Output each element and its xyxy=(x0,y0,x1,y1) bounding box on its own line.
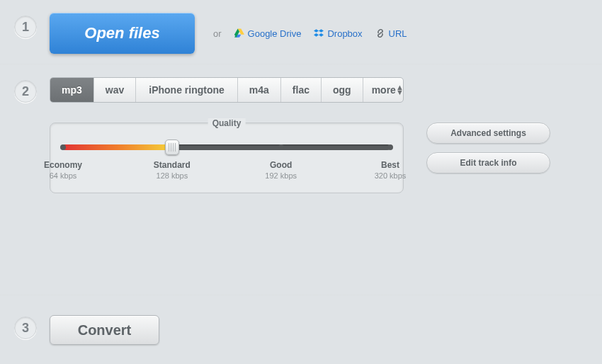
quality-slider-track[interactable] xyxy=(63,144,390,150)
tab-flac[interactable]: flac xyxy=(281,78,322,102)
source-google-drive[interactable]: Google Drive xyxy=(234,28,302,39)
quality-stop-rate: 64 kbps xyxy=(42,171,84,180)
google-drive-icon xyxy=(234,28,244,38)
quality-stop-rate: 128 kbps xyxy=(151,171,193,180)
quality-stop-label: Economy64 kbps xyxy=(42,160,84,180)
quality-stop-name: Good xyxy=(260,160,302,170)
or-label: or xyxy=(213,28,222,39)
quality-stop-dot[interactable] xyxy=(60,144,66,150)
step-2-badge: 2 xyxy=(14,80,37,103)
quality-stop-rate: 320 kbps xyxy=(369,171,411,180)
convert-button[interactable]: Convert xyxy=(50,315,159,345)
tab-ogg[interactable]: ogg xyxy=(322,78,363,102)
step-1-badge: 1 xyxy=(14,16,37,38)
format-tabs: mp3 wav iPhone ringtone m4a flac ogg mor… xyxy=(50,77,404,103)
quality-stop-rate: 192 kbps xyxy=(260,171,302,180)
quality-slider-thumb[interactable] xyxy=(165,140,179,155)
tab-iphone-ringtone[interactable]: iPhone ringtone xyxy=(136,78,238,102)
edit-track-info-button[interactable]: Edit track info xyxy=(426,152,550,174)
quality-title: Quality xyxy=(208,118,246,128)
quality-stop-name: Economy xyxy=(42,160,84,170)
step-1-section: 1 Open files or Google Drive Dropbox URL xyxy=(0,0,602,64)
tab-m4a[interactable]: m4a xyxy=(238,78,281,102)
quality-stop-label: Standard128 kbps xyxy=(151,160,193,180)
quality-stop-dot[interactable] xyxy=(278,144,284,150)
quality-stop-label: Good192 kbps xyxy=(260,160,302,180)
source-url-label: URL xyxy=(389,28,407,39)
link-icon xyxy=(375,28,385,38)
step-3-section: 3 Convert xyxy=(0,295,602,363)
tab-more-label: more xyxy=(372,84,396,96)
quality-stop-name: Standard xyxy=(151,160,193,170)
dropbox-icon xyxy=(314,28,324,38)
quality-stop-label: Best320 kbps xyxy=(369,160,411,180)
tab-mp3[interactable]: mp3 xyxy=(50,78,94,102)
quality-stop-dot[interactable] xyxy=(387,144,393,150)
quality-panel: Quality Economy64 kbpsStandard128 kbpsGo… xyxy=(50,123,404,193)
tab-more[interactable]: more ▲▼ xyxy=(363,78,404,102)
tab-wav[interactable]: wav xyxy=(94,78,136,102)
quality-slider-fill xyxy=(63,144,172,150)
source-dropbox[interactable]: Dropbox xyxy=(314,28,362,39)
source-google-drive-label: Google Drive xyxy=(248,28,302,39)
quality-stop-name: Best xyxy=(369,160,411,170)
step-2-section: 2 mp3 wav iPhone ringtone m4a flac ogg m… xyxy=(0,64,602,295)
source-dropbox-label: Dropbox xyxy=(327,28,362,39)
advanced-settings-button[interactable]: Advanced settings xyxy=(426,123,550,144)
step-3-badge: 3 xyxy=(14,317,37,339)
open-files-button[interactable]: Open files xyxy=(50,13,195,54)
updown-icon: ▲▼ xyxy=(396,85,404,95)
source-url[interactable]: URL xyxy=(375,28,407,39)
